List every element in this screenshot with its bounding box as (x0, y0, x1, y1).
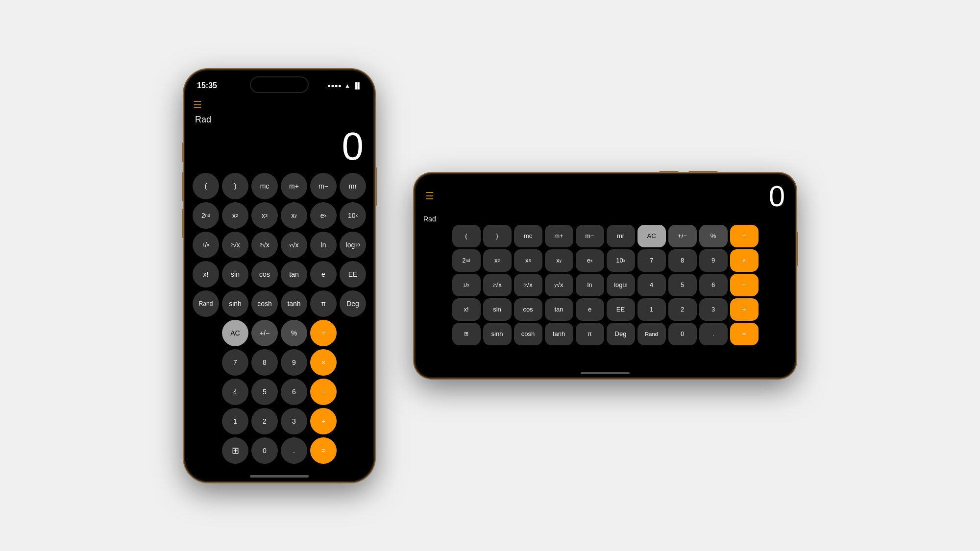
menu-icon[interactable]: ☰ (193, 99, 202, 111)
t-btn-ln[interactable]: ln (576, 274, 604, 296)
btn-10x[interactable]: 10x (340, 202, 366, 229)
t-btn-multiply[interactable]: × (730, 249, 759, 272)
t-btn-2[interactable]: 2 (668, 298, 697, 321)
btn-multiply[interactable]: × (310, 349, 337, 376)
t-btn-sinh[interactable]: sinh (483, 323, 512, 345)
t-btn-equals[interactable]: = (730, 323, 759, 345)
tablet-menu-icon[interactable]: ☰ (425, 190, 434, 202)
btn-7[interactable]: 7 (222, 349, 248, 376)
btn-6[interactable]: 6 (281, 379, 307, 405)
btn-cos[interactable]: cos (251, 261, 278, 287)
t-btn-mr[interactable]: mr (607, 225, 635, 247)
t-btn-sin[interactable]: sin (483, 298, 512, 321)
t-btn-percent[interactable]: % (699, 225, 728, 247)
btn-tanh[interactable]: tanh (281, 290, 307, 317)
t-btn-5[interactable]: 5 (668, 274, 697, 296)
t-btn-sqrt2[interactable]: 2√x (483, 274, 512, 296)
t-btn-factorial[interactable]: x! (452, 298, 481, 321)
t-btn-tan[interactable]: tan (545, 298, 573, 321)
t-btn-x3[interactable]: x3 (514, 249, 542, 272)
btn-e[interactable]: e (310, 261, 337, 287)
t-btn-8[interactable]: 8 (668, 249, 697, 272)
t-btn-0[interactable]: 0 (668, 323, 697, 345)
volume-up-button[interactable] (182, 172, 184, 201)
power-button[interactable] (375, 167, 377, 206)
t-btn-2nd[interactable]: 2nd (452, 249, 481, 272)
btn-9[interactable]: 9 (281, 349, 307, 376)
t-btn-calc-icon[interactable]: ⊞ (452, 323, 481, 345)
btn-divide[interactable]: ÷ (310, 320, 337, 346)
btn-deg[interactable]: Deg (340, 290, 366, 317)
btn-rand[interactable]: Rand (193, 290, 219, 317)
t-btn-plusminus[interactable]: +/− (668, 225, 697, 247)
top-button-2[interactable] (659, 171, 679, 173)
t-btn-10x[interactable]: 10x (607, 249, 635, 272)
btn-pi[interactable]: π (310, 290, 337, 317)
t-btn-log10[interactable]: log10 (607, 274, 635, 296)
t-btn-xy[interactable]: xy (545, 249, 573, 272)
t-btn-1[interactable]: 1 (637, 298, 666, 321)
t-btn-decimal[interactable]: . (699, 323, 728, 345)
t-btn-tanh[interactable]: tanh (545, 323, 573, 345)
t-btn-divide[interactable]: ÷ (730, 225, 759, 247)
t-btn-ac[interactable]: AC (637, 225, 666, 247)
btn-log10[interactable]: log10 (340, 232, 366, 258)
btn-4[interactable]: 4 (222, 379, 248, 405)
btn-sqrt2[interactable]: 2√x (222, 232, 248, 258)
btn-add[interactable]: + (310, 408, 337, 434)
btn-equals[interactable]: = (310, 437, 337, 464)
btn-sinh[interactable]: sinh (222, 290, 248, 317)
t-btn-7[interactable]: 7 (637, 249, 666, 272)
t-btn-inv[interactable]: 1/x (452, 274, 481, 296)
btn-8[interactable]: 8 (251, 349, 278, 376)
t-btn-close-paren[interactable]: ) (483, 225, 512, 247)
right-button[interactable] (796, 232, 798, 266)
t-btn-cos[interactable]: cos (514, 298, 542, 321)
btn-sin[interactable]: sin (222, 261, 248, 287)
t-btn-ex[interactable]: ex (576, 249, 604, 272)
btn-mminus[interactable]: m− (310, 173, 337, 199)
t-btn-x2[interactable]: x2 (483, 249, 512, 272)
btn-ex[interactable]: ex (310, 202, 337, 229)
btn-5[interactable]: 5 (251, 379, 278, 405)
btn-sqrt3[interactable]: 3√x (251, 232, 278, 258)
btn-mc[interactable]: mc (251, 173, 278, 199)
btn-cosh[interactable]: cosh (251, 290, 278, 317)
t-btn-sqrty[interactable]: y√x (545, 274, 573, 296)
btn-sqrty[interactable]: y√x (281, 232, 307, 258)
t-btn-sqrt3[interactable]: 3√x (514, 274, 542, 296)
t-btn-6[interactable]: 6 (699, 274, 728, 296)
t-btn-cosh[interactable]: cosh (514, 323, 542, 345)
btn-plusminus[interactable]: +/− (251, 320, 278, 346)
silent-switch[interactable] (182, 143, 184, 162)
t-btn-mminus[interactable]: m− (576, 225, 604, 247)
t-btn-pi[interactable]: π (576, 323, 604, 345)
btn-ee[interactable]: EE (340, 261, 366, 287)
top-button[interactable] (688, 171, 718, 173)
btn-mplus[interactable]: m+ (281, 173, 307, 199)
btn-2[interactable]: 2 (251, 408, 278, 434)
t-btn-deg[interactable]: Deg (607, 323, 635, 345)
btn-mr[interactable]: mr (340, 173, 366, 199)
t-btn-4[interactable]: 4 (637, 274, 666, 296)
btn-subtract[interactable]: − (310, 379, 337, 405)
btn-tan[interactable]: tan (281, 261, 307, 287)
t-btn-add[interactable]: + (730, 298, 759, 321)
btn-2nd[interactable]: 2nd (193, 202, 219, 229)
btn-ac[interactable]: AC (222, 320, 248, 346)
btn-0[interactable]: 0 (251, 437, 278, 464)
t-btn-rand[interactable]: Rand (637, 323, 666, 345)
t-btn-3[interactable]: 3 (699, 298, 728, 321)
btn-x2[interactable]: x2 (222, 202, 248, 229)
btn-percent[interactable]: % (281, 320, 307, 346)
btn-open-paren[interactable]: ( (193, 173, 219, 199)
btn-3[interactable]: 3 (281, 408, 307, 434)
btn-ln[interactable]: ln (310, 232, 337, 258)
t-btn-open-paren[interactable]: ( (452, 225, 481, 247)
btn-factorial[interactable]: x! (193, 261, 219, 287)
t-btn-ee[interactable]: EE (607, 298, 635, 321)
btn-close-paren[interactable]: ) (222, 173, 248, 199)
t-btn-9[interactable]: 9 (699, 249, 728, 272)
btn-1[interactable]: 1 (222, 408, 248, 434)
t-btn-e[interactable]: e (576, 298, 604, 321)
